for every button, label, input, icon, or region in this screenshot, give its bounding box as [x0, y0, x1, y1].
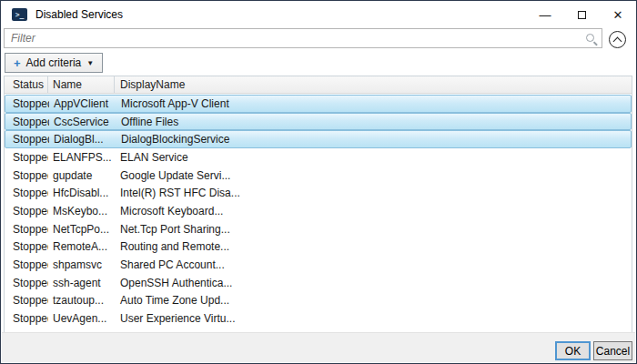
column-header-displayname[interactable]: DisplayName [115, 76, 632, 93]
magnifier-icon [586, 34, 594, 42]
cell-status: Stopped [5, 116, 49, 128]
disabled-services-window: >_ Disabled Services — ✕ + Add criteria … [0, 0, 637, 364]
chevron-up-circle-button[interactable] [609, 31, 626, 48]
cell-status: Stopped [5, 97, 49, 110]
plus-icon: + [14, 57, 21, 69]
powershell-icon: >_ [12, 8, 27, 21]
cell-status: Stopped [5, 294, 48, 307]
cell-display: ELAN Service [115, 151, 632, 164]
minimize-button[interactable]: — [527, 1, 563, 28]
cell-status: Stopped [5, 258, 48, 271]
window-title: Disabled Services [35, 8, 123, 21]
cell-display: DialogBlockingService [116, 133, 631, 146]
cell-name: NetTcpPo... [48, 223, 115, 236]
services-grid: Status Name DisplayName StoppedAppVClien… [4, 76, 632, 333]
table-row[interactable]: StoppedNetTcpPo...Net.Tcp Port Sharing..… [5, 220, 632, 238]
cell-name: ssh-agent [48, 277, 115, 289]
cell-display: Shared PC Account... [115, 258, 632, 271]
title-bar: >_ Disabled Services — ✕ [1, 1, 636, 28]
cell-status: Stopped [5, 312, 48, 325]
cell-display: Microsoft Keyboard... [115, 205, 632, 217]
cell-name: UevAgen... [48, 312, 115, 325]
cell-name: AppVClient [49, 97, 116, 110]
table-row[interactable]: StoppedRemoteA...Routing and Remote... [5, 238, 632, 257]
table-row[interactable]: StoppedELANFPS...ELAN Service [5, 148, 632, 167]
cell-status: Stopped [5, 240, 48, 253]
table-row[interactable]: StoppedUevAgen...User Experience Virtu..… [5, 309, 632, 328]
cell-display: Auto Time Zone Upd... [115, 294, 632, 307]
window-controls: — ✕ [527, 1, 636, 28]
cell-status: Stopped [5, 205, 48, 217]
table-row[interactable]: StoppedCscServiceOffline Files [5, 113, 632, 131]
cell-display: Microsoft App-V Client [116, 97, 631, 110]
column-header-name[interactable]: Name [48, 76, 115, 93]
cell-status: Stopped [5, 277, 48, 289]
cell-display: Intel(R) RST HFC Disa... [115, 187, 632, 199]
table-row[interactable]: Stoppedtzautoup...Auto Time Zone Upd... [5, 292, 632, 310]
cell-display: Google Update Servi... [115, 169, 632, 182]
close-button[interactable]: ✕ [600, 1, 636, 28]
maximize-icon [578, 11, 586, 19]
maximize-button[interactable] [563, 1, 600, 28]
cell-name: HfcDisabl... [48, 187, 115, 199]
cell-status: Stopped [5, 133, 49, 146]
cell-display: OpenSSH Authentica... [115, 277, 632, 289]
column-header-status[interactable]: Status [5, 76, 48, 93]
cell-name: gupdate [48, 169, 115, 182]
cell-name: CscService [49, 116, 116, 128]
filter-input[interactable] [4, 28, 602, 48]
footer-bar: OK Cancel [2, 332, 635, 362]
cell-display: User Experience Virtu... [115, 312, 632, 325]
cell-name: RemoteA... [48, 240, 115, 253]
cell-status: Stopped [5, 223, 48, 236]
add-criteria-label: Add criteria [26, 56, 82, 69]
add-criteria-button[interactable]: + Add criteria ▼ [5, 53, 103, 73]
cell-display: Routing and Remote... [115, 240, 632, 253]
cell-name: shpamsvc [48, 258, 115, 271]
table-row[interactable]: StoppedMsKeybo...Microsoft Keyboard... [5, 202, 632, 220]
cell-display: Offline Files [116, 116, 631, 128]
cell-name: DialogBl... [49, 133, 116, 146]
table-row[interactable]: StoppedAppVClientMicrosoft App-V Client [5, 95, 632, 113]
grid-header: Status Name DisplayName [5, 76, 632, 94]
table-row[interactable]: StoppedHfcDisabl...Intel(R) RST HFC Disa… [5, 184, 632, 202]
ok-button[interactable]: OK [555, 341, 591, 360]
table-row[interactable]: Stoppedssh-agentOpenSSH Authentica... [5, 274, 632, 292]
table-row[interactable]: StoppedDialogBl...DialogBlockingService [5, 130, 632, 148]
cancel-button[interactable]: Cancel [593, 341, 632, 360]
cell-status: Stopped [5, 169, 48, 182]
chevron-down-icon: ▼ [86, 59, 94, 67]
cell-name: ELANFPS... [48, 151, 115, 164]
cell-status: Stopped [5, 187, 48, 199]
table-body: StoppedAppVClientMicrosoft App-V ClientS… [5, 94, 632, 328]
table-row[interactable]: StoppedgupdateGoogle Update Servi... [5, 167, 632, 185]
table-row[interactable]: StoppedshpamsvcShared PC Account... [5, 256, 632, 274]
cell-status: Stopped [5, 151, 48, 164]
cell-name: tzautoup... [48, 294, 115, 307]
cell-display: Net.Tcp Port Sharing... [115, 223, 632, 236]
cell-name: MsKeybo... [48, 205, 115, 217]
